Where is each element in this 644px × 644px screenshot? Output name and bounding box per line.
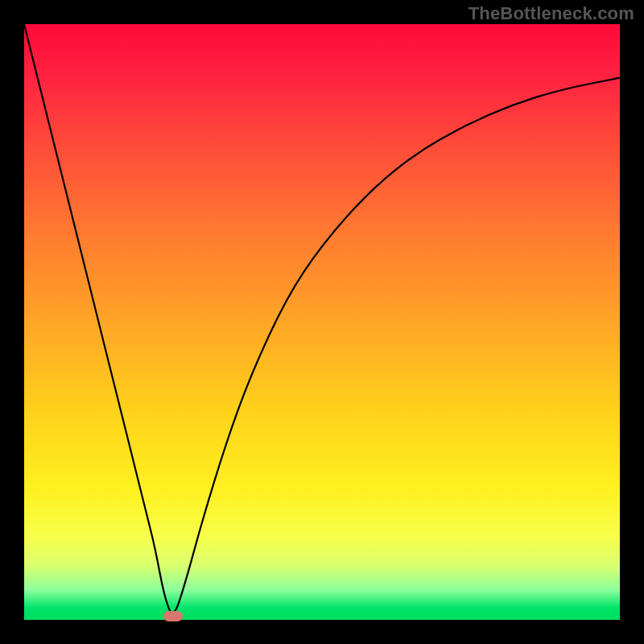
watermark-text: TheBottleneck.com	[469, 3, 634, 24]
plot-area	[24, 24, 620, 620]
bottleneck-curve	[24, 24, 620, 620]
optimal-marker	[163, 611, 183, 621]
chart-frame: TheBottleneck.com	[0, 0, 644, 644]
